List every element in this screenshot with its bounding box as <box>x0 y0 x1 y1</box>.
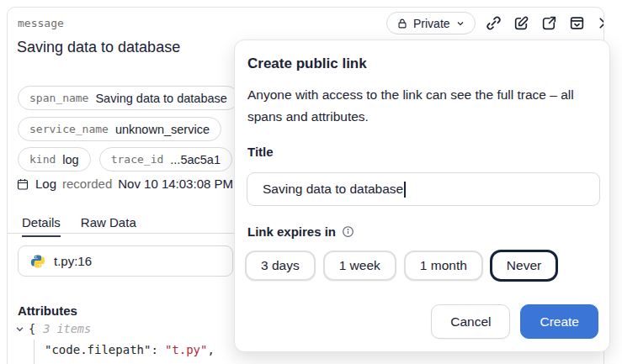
popover-footer: Cancel Create <box>431 304 598 339</box>
popover-description: Anyone with access to the link can see t… <box>247 84 603 128</box>
expires-label: Link expires in <box>247 224 336 239</box>
close-icon[interactable] <box>596 14 604 33</box>
recorded-timestamp: Nov 10 14:03:08 PM <box>118 177 233 191</box>
recorded-kind: Log <box>35 177 56 191</box>
attributes-heading: Attributes <box>18 303 77 318</box>
json-indent-guide <box>34 340 35 364</box>
chip-key: span_name <box>29 92 88 104</box>
chip-value: ...5ac5a1 <box>170 153 221 166</box>
chip-row-2: service_name unknown_service <box>18 117 221 141</box>
edit-icon[interactable] <box>513 14 531 33</box>
json-value: "t.py" <box>165 343 208 356</box>
privacy-dropdown-button[interactable]: Private <box>386 12 476 34</box>
chip-row-3: kind log trace_id ...5ac5a1 <box>18 147 232 171</box>
chip-key: service_name <box>29 123 109 135</box>
create-button[interactable]: Create <box>520 304 598 339</box>
chevron-down-icon <box>455 18 465 29</box>
python-icon <box>30 254 45 269</box>
title-input[interactable]: Saving data to database <box>247 172 600 206</box>
toolbar: Private <box>386 12 604 34</box>
expiry-option-1-month[interactable]: 1 month <box>404 251 483 281</box>
save-view-icon[interactable] <box>568 14 587 33</box>
json-key: "code.filepath" <box>45 343 151 356</box>
recorded-row: Log recorded Nov 10 14:03:08 PM <box>16 177 233 191</box>
create-public-link-popover: Create public link Anyone with access to… <box>234 40 610 352</box>
expiry-option-never[interactable]: Never <box>491 251 557 281</box>
message-field-label: message <box>18 17 64 29</box>
expiry-option-1-week[interactable]: 1 week <box>323 251 396 281</box>
copy-link-icon[interactable] <box>485 14 503 33</box>
calendar-icon <box>16 177 29 191</box>
collapse-chevron-icon[interactable] <box>15 324 24 334</box>
recorded-verb: recorded <box>62 177 112 191</box>
json-open-brace: { <box>29 322 35 335</box>
json-attribute-line: "code.filepath":"t.py", <box>45 343 215 356</box>
cancel-button[interactable]: Cancel <box>431 304 510 339</box>
tab-raw-data[interactable]: Raw Data <box>81 215 136 237</box>
chip-key: kind <box>29 153 56 166</box>
json-items-count: 3 items <box>43 322 91 335</box>
trace-id-chip[interactable]: trace_id ...5ac5a1 <box>99 147 232 171</box>
chip-row-1: span_name Saving data to database <box>18 86 239 110</box>
expiry-options: 3 days 1 week 1 month Never <box>245 251 557 281</box>
service-name-chip[interactable]: service_name unknown_service <box>18 117 221 141</box>
page-title: Saving data to database <box>17 39 180 56</box>
popover-title: Create public link <box>247 55 367 72</box>
chip-key: trace_id <box>111 153 164 166</box>
json-comma: , <box>207 343 214 356</box>
json-root-line: { 3 items <box>15 322 91 335</box>
title-field-label: Title <box>247 145 274 159</box>
expiry-option-3-days[interactable]: 3 days <box>245 251 316 281</box>
tab-bar: Details Raw Data <box>22 215 136 237</box>
json-colon: : <box>151 343 157 356</box>
privacy-label: Private <box>413 17 450 30</box>
source-location-text: t.py:16 <box>54 254 92 268</box>
title-input-value: Saving data to database <box>263 182 403 197</box>
tab-details[interactable]: Details <box>22 215 61 237</box>
info-icon[interactable] <box>342 225 354 238</box>
source-location-chip[interactable]: t.py:16 <box>18 245 233 277</box>
chip-value: unknown_service <box>115 123 210 136</box>
open-external-icon[interactable] <box>540 14 559 33</box>
text-caret <box>404 182 406 198</box>
lock-icon <box>396 18 408 29</box>
chip-value: log <box>62 153 78 166</box>
chip-value: Saving data to database <box>95 92 226 105</box>
kind-chip[interactable]: kind log <box>18 147 91 171</box>
span-name-chip[interactable]: span_name Saving data to database <box>18 86 239 110</box>
expires-label-row: Link expires in <box>247 224 354 239</box>
